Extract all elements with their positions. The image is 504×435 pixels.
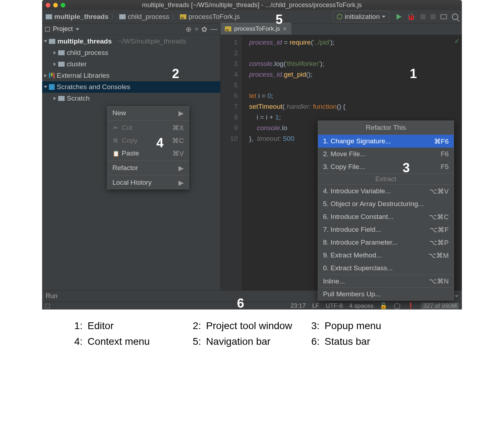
legend-item: 2:Project tool window (193, 320, 311, 332)
run-config-label: initialization (345, 13, 380, 21)
chevron-down-icon[interactable] (76, 28, 79, 30)
menu-copy[interactable]: ⧉Copy⌘C (107, 134, 189, 147)
tree-folder[interactable]: Scratch (42, 93, 220, 104)
breadcrumb-file[interactable]: processToFork.js (180, 13, 240, 21)
legend-item: 3:Popup menu (311, 320, 430, 332)
scratches-icon (49, 84, 55, 90)
maximize-window-icon[interactable] (61, 3, 65, 7)
breadcrumb-sep: 〉 (111, 12, 117, 21)
tab-label: processToFork.js (234, 25, 280, 32)
popup-extract-method[interactable]: 9. Extract Method...⌥⌘M (318, 249, 454, 262)
tool-windows-icon[interactable] (45, 304, 50, 308)
context-menu: New▶ ✂Cut⌘X ⧉Copy⌘C 📋Paste⌘V Refactor▶ L… (107, 106, 189, 189)
project-tree: multiple_threads ~/WS/multiple_threads c… (42, 35, 220, 104)
close-window-icon[interactable] (46, 3, 50, 7)
editor-tabs: processToFork.js ✕ (221, 24, 462, 35)
layout-icon[interactable] (440, 14, 447, 19)
popup-introduce-variable[interactable]: 4. Introduce Variable...⌥⌘V (318, 185, 454, 198)
popup-pull-members[interactable]: Pull Members Up... (318, 287, 454, 300)
titlebar: multiple_threads [~/WS/multiple_threads]… (42, 0, 462, 10)
navigation-bar: multiple_threads 〉 child_process 〉 proce… (42, 10, 462, 24)
tree-external-libs[interactable]: External Libraries (42, 70, 220, 81)
chevron-down-icon (382, 16, 385, 18)
legend: 1:Editor 2:Project tool window 3:Popup m… (42, 320, 462, 347)
cut-icon: ✂ (112, 124, 118, 131)
encoding[interactable]: UTF-8 (326, 302, 343, 309)
target-icon[interactable]: ⊕ (186, 25, 192, 34)
popup-extract-superclass[interactable]: 0. Extract Superclass... (318, 262, 454, 275)
legend-item: 1:Editor (74, 320, 193, 332)
nodejs-icon: ⬡ (337, 12, 343, 21)
legend-item: 6:Status bar (311, 336, 430, 347)
legend-item: 5:Navigation bar (193, 336, 311, 347)
gear-icon[interactable]: ✿ (201, 25, 207, 34)
line-separator[interactable]: LF (312, 302, 319, 309)
popup-inline[interactable]: Inline...⌥⌘N (318, 275, 454, 287)
search-icon[interactable] (452, 14, 458, 20)
menu-refactor[interactable]: Refactor▶ (107, 162, 189, 174)
window-title: multiple_threads [~/WS/multiple_threads]… (42, 1, 462, 9)
menu-paste[interactable]: 📋Paste⌘V (107, 147, 189, 160)
folder-icon (58, 96, 65, 101)
editor-tab[interactable]: processToFork.js ✕ (221, 23, 291, 35)
run-config-selector[interactable]: ⬡ initialization (333, 11, 389, 22)
popup-group-extract: Extract (318, 173, 454, 185)
ide-window: multiple_threads [~/WS/multiple_threads]… (42, 0, 462, 309)
legend-item: 4:Context menu (74, 336, 193, 347)
popup-title: Refactor This (318, 121, 454, 135)
folder-icon (49, 39, 55, 44)
minimize-icon[interactable] (455, 295, 458, 297)
popup-destructuring[interactable]: 5. Object or Array Destructuring... (318, 198, 454, 210)
js-file-icon (225, 26, 231, 31)
panel-icon[interactable] (45, 27, 50, 32)
tree-folder[interactable]: child_process (42, 47, 220, 58)
close-tab-icon[interactable]: ✕ (283, 26, 287, 32)
folder-icon (58, 50, 65, 55)
paste-icon: 📋 (112, 150, 118, 157)
memory-indicator[interactable]: 327 of 990M (421, 302, 459, 309)
analysis-ok-icon: ✓ (454, 37, 460, 45)
project-tool-header: Project ⊕ ÷ ✿ — (42, 24, 220, 35)
project-label: Project (53, 25, 73, 33)
status-bar: 23:17 LF UTF-8 4 spaces 🔓 ◯ ❗ 327 of 990… (42, 302, 462, 309)
breadcrumb-sep: 〉 (171, 12, 178, 21)
run-label: Run (46, 292, 57, 300)
tree-root[interactable]: multiple_threads ~/WS/multiple_threads (42, 36, 220, 47)
popup-change-signature[interactable]: 1. Change Signature...⌘F6 (318, 135, 454, 148)
js-file-icon (180, 14, 186, 19)
menu-new[interactable]: New▶ (107, 107, 189, 119)
folder-icon (58, 62, 65, 67)
folder-icon (46, 14, 52, 19)
copy-icon: ⧉ (112, 137, 118, 144)
popup-introduce-field[interactable]: 7. Introduce Field...⌥⌘F (318, 223, 454, 236)
minimize-window-icon[interactable] (53, 3, 58, 7)
popup-introduce-parameter[interactable]: 8. Introduce Parameter...⌥⌘P (318, 236, 454, 249)
run-icon[interactable] (397, 14, 402, 20)
stop-icon-2[interactable] (430, 14, 435, 19)
folder-icon (119, 14, 126, 19)
popup-move-file[interactable]: 2. Move File...F6 (318, 148, 454, 160)
window-controls (46, 3, 65, 7)
tree-folder[interactable]: cluster (42, 58, 220, 70)
breadcrumb-root[interactable]: multiple_threads (46, 13, 109, 21)
caret-position[interactable]: 23:17 (291, 302, 306, 309)
breadcrumb-folder[interactable]: child_process (119, 13, 169, 21)
library-icon (49, 73, 55, 78)
gutter: 12345678910 (221, 35, 242, 290)
event-log-icon[interactable]: ❗ (407, 302, 414, 309)
menu-cut[interactable]: ✂Cut⌘X (107, 121, 189, 134)
collapse-icon[interactable]: ÷ (195, 25, 198, 33)
popup-copy-file[interactable]: 3. Copy File...F5 (318, 160, 454, 173)
debug-icon[interactable]: 🐞 (407, 12, 415, 21)
lock-icon[interactable]: 🔓 (380, 302, 387, 309)
hide-icon[interactable]: — (210, 25, 217, 33)
stop-icon[interactable] (420, 14, 425, 19)
chat-icon[interactable]: ◯ (394, 302, 400, 309)
refactor-popup: Refactor This 1. Change Signature...⌘F6 … (318, 121, 454, 301)
menu-local-history[interactable]: Local History▶ (107, 176, 189, 189)
tree-scratches[interactable]: Scratches and Consoles (42, 81, 220, 93)
indent[interactable]: 4 spaces (349, 302, 373, 309)
popup-introduce-constant[interactable]: 6. Introduce Constant...⌥⌘C (318, 210, 454, 223)
